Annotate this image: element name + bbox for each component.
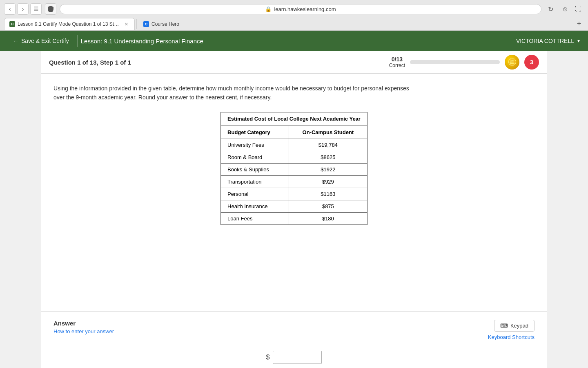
course-hero-tab[interactable]: C Course Hero [138,19,184,29]
question-text: Using the information provided in the gi… [53,84,421,102]
tab-favicon: H [9,21,15,27]
lock-icon: 🔒 [265,6,272,12]
answer-label: Answer [53,320,76,327]
header-divider [77,35,78,47]
save-exit-label: Save & Exit Certify [21,38,69,44]
score-fraction: 0/13 [389,56,405,63]
table-wrapper: Estimated Cost of Local College Next Aca… [53,112,535,225]
answer-label-group: Answer How to enter your answer [53,320,114,334]
table-title: Estimated Cost of Local College Next Aca… [221,112,368,126]
shield-icon [45,3,56,15]
keyboard-shortcuts-link[interactable]: Keyboard Shortcuts [488,334,535,340]
how-to-link[interactable]: How to enter your answer [53,328,114,334]
reload-button[interactable]: ↻ [545,3,556,15]
category-cell: Transportation [221,175,289,188]
category-cell: Books & Supplies [221,163,289,175]
main-content: Using the information provided in the gi… [41,74,547,368]
answer-top: Answer How to enter your answer ⌨ Keypad… [53,320,535,340]
score-label: Correct [389,63,405,68]
table-row: Room & Board $8625 [221,151,368,163]
category-cell: Health Insurance [221,200,289,212]
url-text: learn.hawkeslearning.com [274,6,336,12]
app-header: ← Save & Exit Certify Lesson: 9.1 Unders… [0,31,588,51]
forward-button[interactable]: › [17,3,29,15]
keypad-section: ⌨ Keypad Keyboard Shortcuts [488,320,535,340]
tab-title: Lesson 9.1 Certify Mode Question 1 of 13… [18,21,120,27]
category-cell: Personal [221,188,289,200]
save-exit-button[interactable]: ← Save & Exit Certify [8,34,74,47]
answer-input-row: $ [53,347,535,368]
new-tab-button[interactable]: + [574,19,584,29]
table-header-row: Budget Category On-Campus Student [221,126,368,139]
question-header: Question 1 of 13, Step 1 of 1 0/13 Corre… [41,51,547,74]
keypad-icon: ⌨ [500,323,508,329]
table-row: Loan Fees $180 [221,212,368,224]
question-info: Question 1 of 13, Step 1 of 1 [49,59,389,66]
keypad-button[interactable]: ⌨ Keypad [494,320,535,332]
category-cell: Room & Board [221,151,289,163]
table-row: Books & Supplies $1922 [221,163,368,175]
value-cell: $19,784 [289,139,367,151]
course-hero-favicon: C [143,21,149,27]
share-button[interactable]: ⎋ [559,3,571,15]
answer-section: Answer How to enter your answer ⌨ Keypad… [41,311,547,368]
sidebar-button[interactable]: ☰ [30,3,42,15]
heart-count: 3 [530,59,533,65]
col2-header: On-Campus Student [289,126,367,139]
lesson-title: Lesson: 9.1 Understanding Personal Finan… [81,38,516,45]
value-cell: $1163 [289,188,367,200]
url-bar[interactable]: 🔒 learn.hawkeslearning.com [60,4,541,14]
course-hero-title: Course Hero [151,21,179,27]
coin-icon: 🪙 [508,58,517,67]
table-row: Transportation $929 [221,175,368,188]
answer-input[interactable] [273,351,322,364]
data-table: Estimated Cost of Local College Next Aca… [220,112,368,225]
coin-badge[interactable]: 🪙 [505,55,519,70]
table-row: University Fees $19,784 [221,139,368,151]
value-cell: $180 [289,212,367,224]
category-cell: Loan Fees [221,212,289,224]
progress-bar-container [410,60,500,64]
category-cell: University Fees [221,139,289,151]
chevron-down-icon: ▾ [577,38,580,44]
value-cell: $875 [289,200,367,212]
table-title-row: Estimated Cost of Local College Next Aca… [221,112,368,126]
question-body: Using the information provided in the gi… [41,74,547,311]
active-tab[interactable]: H Lesson 9.1 Certify Mode Question 1 of … [4,18,135,30]
score-section: 0/13 Correct 🪙 3 [389,55,539,70]
tab-separator [136,19,137,29]
fullscreen-button[interactable]: ⛶ [572,3,584,15]
keypad-label: Keypad [510,323,528,329]
value-cell: $929 [289,175,367,188]
table-row: Health Insurance $875 [221,200,368,212]
col1-header: Budget Category [221,126,289,139]
tab-bar: H Lesson 9.1 Certify Mode Question 1 of … [0,18,588,30]
back-button[interactable]: ‹ [4,3,16,15]
table-row: Personal $1163 [221,188,368,200]
value-cell: $8625 [289,151,367,163]
arrow-left-icon: ← [13,38,19,44]
score-display: 0/13 Correct [389,56,405,68]
dollar-sign: $ [266,354,270,361]
user-menu[interactable]: VICTORIA COTTRELL ▾ [516,38,580,44]
user-name: VICTORIA COTTRELL [516,38,574,44]
tab-close-button[interactable]: ✕ [123,21,129,27]
value-cell: $1922 [289,163,367,175]
heart-badge[interactable]: 3 [524,55,539,70]
